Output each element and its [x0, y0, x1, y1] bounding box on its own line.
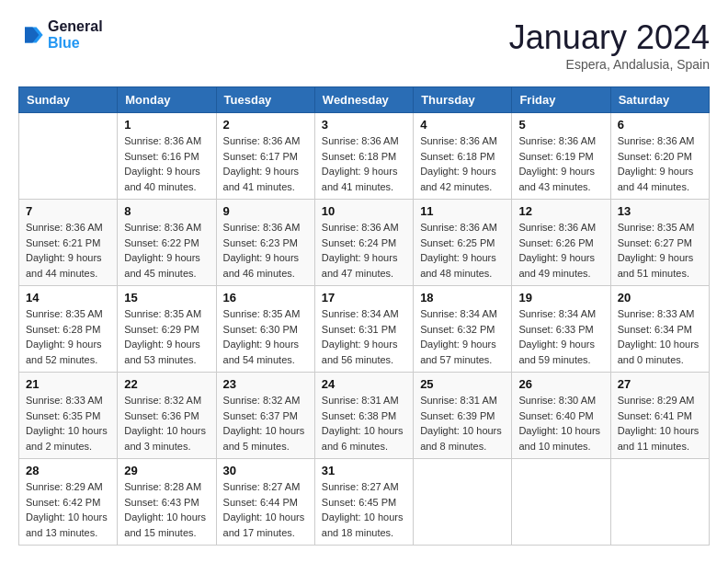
daylight-text: Daylight: 10 hours and 0 minutes.	[618, 337, 702, 367]
calendar-week-1: 1Sunrise: 8:36 AMSunset: 6:16 PMDaylight…	[19, 113, 710, 200]
daylight-text: Daylight: 9 hours and 47 minutes.	[322, 250, 406, 281]
sunset-text: Sunset: 6:28 PM	[26, 322, 110, 338]
sunrise-text: Sunrise: 8:35 AM	[223, 306, 308, 322]
sunset-text: Sunset: 6:44 PM	[223, 495, 308, 511]
daylight-text: Daylight: 10 hours and 13 minutes.	[26, 510, 110, 540]
calendar-cell: 29Sunrise: 8:28 AMSunset: 6:43 PMDayligh…	[118, 459, 216, 546]
calendar-cell: 14Sunrise: 8:35 AMSunset: 6:28 PMDayligh…	[19, 286, 118, 373]
day-info: Sunrise: 8:34 AMSunset: 6:31 PMDaylight:…	[322, 306, 406, 367]
day-info: Sunrise: 8:36 AMSunset: 6:23 PMDaylight:…	[223, 220, 308, 281]
sunrise-text: Sunrise: 8:36 AM	[322, 133, 406, 149]
daylight-text: Daylight: 10 hours and 10 minutes.	[518, 423, 603, 454]
logo-icon	[18, 22, 44, 48]
sunrise-text: Sunrise: 8:36 AM	[420, 133, 505, 149]
sunrise-text: Sunrise: 8:35 AM	[124, 306, 209, 322]
daylight-text: Daylight: 9 hours and 54 minutes.	[223, 337, 308, 367]
daylight-text: Daylight: 9 hours and 49 minutes.	[518, 250, 603, 281]
day-number: 25	[420, 377, 505, 391]
day-number: 29	[124, 464, 209, 477]
logo-text: General Blue	[48, 18, 103, 52]
calendar-week-2: 7Sunrise: 8:36 AMSunset: 6:21 PMDaylight…	[19, 200, 710, 286]
day-info: Sunrise: 8:35 AMSunset: 6:28 PMDaylight:…	[26, 306, 110, 367]
sunrise-text: Sunrise: 8:32 AM	[223, 393, 308, 408]
day-header-tuesday: Tuesday	[216, 87, 314, 113]
daylight-text: Daylight: 10 hours and 15 minutes.	[124, 510, 209, 540]
day-number: 14	[26, 291, 110, 304]
main-title: January 2024	[509, 18, 710, 57]
sunrise-text: Sunrise: 8:36 AM	[618, 133, 702, 149]
sunset-text: Sunset: 6:45 PM	[322, 495, 406, 511]
day-info: Sunrise: 8:28 AMSunset: 6:43 PMDaylight:…	[124, 479, 209, 540]
daylight-text: Daylight: 9 hours and 59 minutes.	[518, 337, 603, 367]
day-number: 22	[124, 377, 209, 391]
calendar-cell: 24Sunrise: 8:31 AMSunset: 6:38 PMDayligh…	[314, 373, 413, 459]
sunset-text: Sunset: 6:26 PM	[518, 236, 603, 251]
calendar-cell: 22Sunrise: 8:32 AMSunset: 6:36 PMDayligh…	[118, 373, 216, 459]
sunrise-text: Sunrise: 8:36 AM	[124, 220, 209, 236]
calendar-cell: 17Sunrise: 8:34 AMSunset: 6:31 PMDayligh…	[314, 286, 413, 373]
sunrise-text: Sunrise: 8:27 AM	[223, 479, 308, 495]
calendar-cell: 4Sunrise: 8:36 AMSunset: 6:18 PMDaylight…	[414, 113, 512, 200]
sunset-text: Sunset: 6:30 PM	[223, 322, 308, 338]
sunrise-text: Sunrise: 8:36 AM	[322, 220, 406, 236]
sunrise-text: Sunrise: 8:29 AM	[26, 479, 110, 495]
day-number: 18	[420, 291, 505, 304]
day-header-thursday: Thursday	[414, 87, 512, 113]
day-info: Sunrise: 8:34 AMSunset: 6:32 PMDaylight:…	[420, 306, 505, 367]
calendar-cell: 10Sunrise: 8:36 AMSunset: 6:24 PMDayligh…	[314, 200, 413, 286]
daylight-text: Daylight: 10 hours and 2 minutes.	[26, 423, 110, 454]
calendar-cell: 31Sunrise: 8:27 AMSunset: 6:45 PMDayligh…	[314, 459, 413, 546]
day-info: Sunrise: 8:27 AMSunset: 6:44 PMDaylight:…	[223, 479, 308, 540]
day-number: 13	[618, 204, 702, 218]
day-info: Sunrise: 8:35 AMSunset: 6:29 PMDaylight:…	[124, 306, 209, 367]
day-info: Sunrise: 8:31 AMSunset: 6:38 PMDaylight:…	[322, 393, 406, 454]
day-header-wednesday: Wednesday	[314, 87, 413, 113]
sunset-text: Sunset: 6:18 PM	[322, 149, 406, 165]
daylight-text: Daylight: 9 hours and 44 minutes.	[618, 164, 702, 194]
daylight-text: Daylight: 9 hours and 43 minutes.	[518, 164, 603, 194]
sunset-text: Sunset: 6:43 PM	[124, 495, 209, 511]
calendar-cell: 1Sunrise: 8:36 AMSunset: 6:16 PMDaylight…	[118, 113, 216, 200]
sunset-text: Sunset: 6:25 PM	[420, 236, 505, 251]
day-number: 10	[322, 204, 406, 218]
day-info: Sunrise: 8:34 AMSunset: 6:33 PMDaylight:…	[518, 306, 603, 367]
sunrise-text: Sunrise: 8:31 AM	[322, 393, 406, 408]
calendar-cell	[610, 459, 709, 546]
day-number: 1	[124, 118, 209, 132]
sunrise-text: Sunrise: 8:27 AM	[322, 479, 406, 495]
day-info: Sunrise: 8:36 AMSunset: 6:17 PMDaylight:…	[223, 133, 308, 194]
day-info: Sunrise: 8:36 AMSunset: 6:24 PMDaylight:…	[322, 220, 406, 281]
daylight-text: Daylight: 9 hours and 40 minutes.	[124, 164, 209, 194]
sunset-text: Sunset: 6:16 PM	[124, 149, 209, 165]
calendar-cell: 30Sunrise: 8:27 AMSunset: 6:44 PMDayligh…	[216, 459, 314, 546]
daylight-text: Daylight: 10 hours and 6 minutes.	[322, 423, 406, 454]
day-number: 31	[322, 464, 406, 477]
calendar-cell: 11Sunrise: 8:36 AMSunset: 6:25 PMDayligh…	[414, 200, 512, 286]
day-number: 26	[518, 377, 603, 391]
sunrise-text: Sunrise: 8:36 AM	[223, 133, 308, 149]
page-header: General Blue January 2024 Espera, Andalu…	[18, 18, 710, 72]
calendar-cell: 20Sunrise: 8:33 AMSunset: 6:34 PMDayligh…	[610, 286, 709, 373]
sunrise-text: Sunrise: 8:36 AM	[420, 220, 505, 236]
day-info: Sunrise: 8:36 AMSunset: 6:26 PMDaylight:…	[518, 220, 603, 281]
day-number: 27	[618, 377, 702, 391]
sunrise-text: Sunrise: 8:34 AM	[322, 306, 406, 322]
title-block: January 2024 Espera, Andalusia, Spain	[509, 18, 710, 72]
sunset-text: Sunset: 6:22 PM	[124, 236, 209, 251]
calendar-cell: 19Sunrise: 8:34 AMSunset: 6:33 PMDayligh…	[512, 286, 610, 373]
sunset-text: Sunset: 6:35 PM	[26, 408, 110, 424]
day-number: 8	[124, 204, 209, 218]
day-info: Sunrise: 8:27 AMSunset: 6:45 PMDaylight:…	[322, 479, 406, 540]
sunset-text: Sunset: 6:27 PM	[618, 236, 702, 251]
calendar-week-4: 21Sunrise: 8:33 AMSunset: 6:35 PMDayligh…	[19, 373, 710, 459]
sunrise-text: Sunrise: 8:35 AM	[618, 220, 702, 236]
daylight-text: Daylight: 9 hours and 41 minutes.	[223, 164, 308, 194]
day-info: Sunrise: 8:36 AMSunset: 6:20 PMDaylight:…	[618, 133, 702, 194]
day-info: Sunrise: 8:36 AMSunset: 6:16 PMDaylight:…	[124, 133, 209, 194]
calendar-cell: 25Sunrise: 8:31 AMSunset: 6:39 PMDayligh…	[414, 373, 512, 459]
day-number: 7	[26, 204, 110, 218]
day-info: Sunrise: 8:33 AMSunset: 6:35 PMDaylight:…	[26, 393, 110, 454]
calendar-cell: 21Sunrise: 8:33 AMSunset: 6:35 PMDayligh…	[19, 373, 118, 459]
sunset-text: Sunset: 6:42 PM	[26, 495, 110, 511]
calendar-cell: 6Sunrise: 8:36 AMSunset: 6:20 PMDaylight…	[610, 113, 709, 200]
